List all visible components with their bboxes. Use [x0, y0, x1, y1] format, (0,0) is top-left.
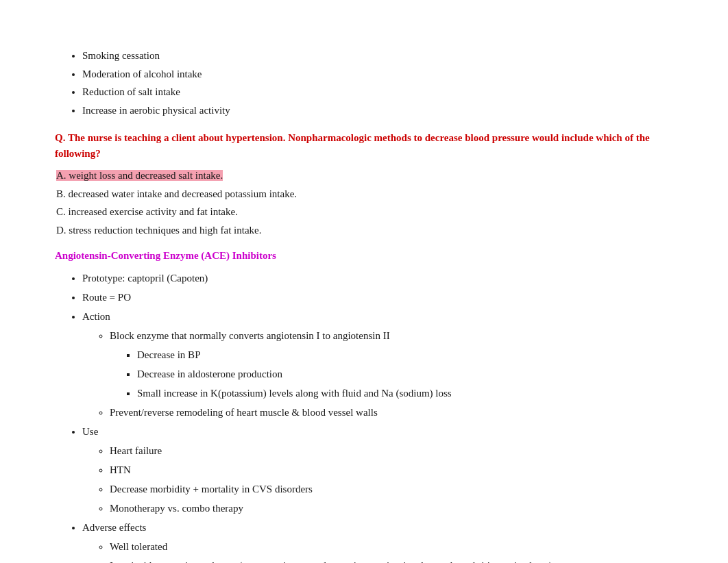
list-item-use: Use Heart failure HTN Decrease morbidity… [82, 423, 673, 516]
ace-section-heading: Angiotensin-Converting Enzyme (ACE) Inhi… [55, 250, 673, 262]
list-item-action: Action Block enzyme that normally conver… [82, 308, 673, 421]
action-level2-list: Block enzyme that normally converts angi… [82, 327, 673, 421]
heart-failure-text: Heart failure [110, 445, 162, 456]
use-level2-list: Heart failure HTN Decrease morbidity + m… [82, 442, 673, 516]
list-item-htn: HTN [110, 462, 673, 478]
question-block: Q. The nurse is teaching a client about … [55, 130, 673, 238]
decrease-bp-text: Decrease in BP [137, 349, 200, 360]
list-item-adverse: Adverse effects Well tolerated Low incid… [82, 519, 673, 563]
list-item: Smoking cessation [82, 48, 673, 64]
content-area: Smoking cessation Moderation of alcohol … [55, 48, 673, 563]
low-incidence-text: Low incidence serious adverse (neutropen… [110, 560, 553, 563]
list-item-prototype: Prototype: captopril (Capoten) [82, 270, 673, 286]
prevent-remodeling-text: Prevent/reverse remodeling of heart musc… [110, 407, 378, 418]
list-item-decrease-bp: Decrease in BP [137, 347, 673, 363]
list-item: Reduction of salt intake [82, 84, 673, 100]
block-enzyme-text: Block enzyme that normally converts angi… [110, 330, 390, 341]
action-text: Action [82, 311, 110, 322]
list-item-monotherapy: Monotherapy vs. combo therapy [110, 500, 673, 516]
decrease-aldosterone-text: Decrease in aldosterone production [137, 368, 282, 379]
answer-d-text: D. stress reduction techniques and high … [56, 225, 262, 236]
ace-level1-list: Prototype: captopril (Capoten) Route = P… [55, 270, 673, 563]
list-item: Increase in aerobic physical activity [82, 103, 673, 118]
list-item-route: Route = PO [82, 289, 673, 305]
adverse-text: Adverse effects [82, 522, 146, 533]
intro-bullet-list: Smoking cessation Moderation of alcohol … [55, 48, 673, 118]
well-tolerated-text: Well tolerated [110, 541, 167, 552]
use-text: Use [82, 426, 98, 437]
block-enzyme-level3-list: Decrease in BP Decrease in aldosterone p… [110, 347, 673, 401]
list-item-prevent-remodeling: Prevent/reverse remodeling of heart musc… [110, 404, 673, 421]
list-item-low-incidence: Low incidence serious adverse (neutropen… [110, 558, 673, 563]
potassium-increase-text: Small increase in K(potassium) levels al… [137, 388, 452, 399]
list-item: Moderation of alcohol intake [82, 66, 673, 82]
answer-c-text: C. increased exercise activity and fat i… [56, 206, 238, 217]
htn-text: HTN [110, 464, 131, 475]
list-item-morbidity: Decrease morbidity + mortality in CVS di… [110, 481, 673, 497]
morbidity-text: Decrease morbidity + mortality in CVS di… [110, 484, 313, 495]
list-item-well-tolerated: Well tolerated [110, 538, 673, 555]
answer-option-d: D. stress reduction techniques and high … [55, 223, 673, 238]
prototype-text: Prototype: captopril (Capoten) [82, 273, 208, 284]
answer-b-text: B. decreased water intake and decreased … [56, 188, 297, 199]
monotherapy-text: Monotherapy vs. combo therapy [110, 503, 243, 514]
route-text: Route = PO [82, 292, 131, 303]
answer-option-a: A. weight loss and decreased salt intake… [55, 168, 673, 184]
list-item-potassium-increase: Small increase in K(potassium) levels al… [137, 385, 673, 401]
answer-option-c: C. increased exercise activity and fat i… [55, 204, 673, 220]
list-item-heart-failure: Heart failure [110, 442, 673, 459]
list-item-decrease-aldosterone: Decrease in aldosterone production [137, 366, 673, 382]
list-item-block-enzyme: Block enzyme that normally converts angi… [110, 327, 673, 401]
answer-option-b: B. decreased water intake and decreased … [55, 186, 673, 202]
ace-section: Angiotensin-Converting Enzyme (ACE) Inhi… [55, 250, 673, 563]
question-text: Q. The nurse is teaching a client about … [55, 130, 673, 161]
adverse-level2-list: Well tolerated Low incidence serious adv… [82, 538, 673, 563]
answer-a-highlighted: A. weight loss and decreased salt intake… [56, 170, 223, 181]
